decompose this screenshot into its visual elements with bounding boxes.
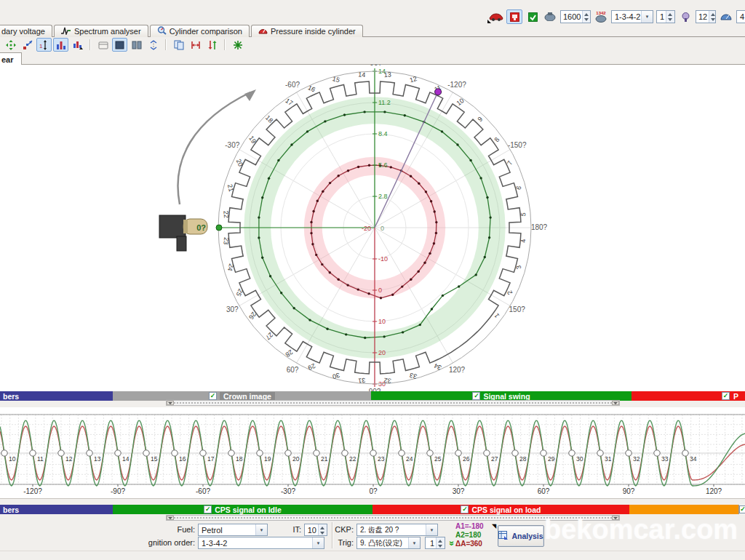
segment-label: Crown image [220,392,275,401]
pan-move-button[interactable] [3,38,18,52]
scroll-left-button[interactable] [167,401,174,405]
cps-load-checkbox[interactable]: ✓ [461,505,469,513]
rpm-gauge-icon[interactable] [543,10,557,23]
fuel-combo[interactable]: Petrol ▼ [198,524,268,536]
firing-order-combo[interactable]: 1-3-4-2 ▼ [611,10,653,23]
speedometer-icon[interactable] [719,10,733,23]
ignition-order-combo[interactable]: 1-3-4-2 ▼ [198,537,324,549]
window-bottom-strip [0,551,745,560]
crown-pan-scrollbar[interactable] [166,400,620,406]
cylinder-spinner[interactable]: 1 [656,10,675,23]
rotation-arrow-icon [178,89,256,204]
waveform-pan-scrollbar[interactable] [166,515,620,521]
trig-label: Trig: [331,537,354,548]
mode-red-icon[interactable] [506,9,522,24]
cylinder-up-button[interactable] [666,11,674,17]
tab-spectrum-analyser[interactable]: Spectrum analyser [54,25,148,37]
teeth-up-button[interactable] [709,11,715,17]
teeth-down-button[interactable] [709,17,715,23]
svg-text:10: 10 [9,455,16,463]
tab-secondary-voltage[interactable]: dary voltage [0,25,52,37]
firing-order-dropdown-icon[interactable]: ▼ [641,11,653,23]
edge-value: 4 [737,11,745,23]
histogram-button[interactable] [53,38,68,52]
svg-text:24: 24 [406,455,413,463]
ignition-dropdown-icon[interactable]: ▼ [312,537,324,548]
ckp-combo[interactable]: 2. 齿盘 20 ? ▼ [356,524,438,536]
zoom-scale-button[interactable] [20,38,35,52]
it-spinner[interactable]: 10 [304,524,327,536]
scroll-left-button[interactable] [167,516,174,520]
trig-dropdown-icon[interactable]: ▼ [408,537,420,548]
tab-cylinder-comparison[interactable]: Cylinder comparison [150,25,250,37]
ckp-dropdown-icon[interactable]: ▼ [426,524,437,535]
svg-text:-120?: -120? [447,81,466,89]
tab-gear[interactable]: ear [0,52,22,65]
rpm-down-button[interactable] [583,17,590,23]
svg-text:15: 15 [332,75,340,84]
fuel-value: Petrol [199,526,255,535]
svg-text:0: 0 [378,287,382,294]
tab-pressure-inside-cylinder[interactable]: Pressure inside cylinder [251,25,363,37]
new-panel-button[interactable] [95,38,111,52]
crown-image-checkbox[interactable]: ✓ [209,392,217,400]
svg-text:33: 33 [409,372,418,380]
trig-down-button[interactable] [437,543,445,549]
resize-handle-icon[interactable]: ◥ [492,524,496,529]
swap-signals-button[interactable] [204,38,220,52]
svg-text:23: 23 [378,455,385,463]
it-down-button[interactable] [319,530,327,536]
cps-waveform-area: 1011121314151617181920212223242526272829… [0,407,745,499]
stretch-horizontal-button[interactable] [188,38,203,52]
edge-checkbox[interactable]: ✓ [739,505,745,513]
car-icon[interactable] [489,10,503,23]
svg-text:5.6: 5.6 [378,161,388,169]
tab-label: Pressure inside cylinder [271,27,356,36]
svg-text:-90?: -90? [111,487,125,495]
cps-idle-checkbox[interactable]: ✓ [204,505,212,513]
header-bar-row-2: bers ✓ CPS signal on Idle ✓ CPS signal o… [0,505,745,514]
phase-checkbox[interactable]: ✓ [722,392,730,400]
ignition-order-label: gnition order: [131,537,195,548]
svg-text:14: 14 [122,455,130,463]
scroll-right-button[interactable] [612,516,619,520]
markers-ruler-button[interactable] [146,38,161,52]
svg-text:2.8: 2.8 [378,193,388,200]
svg-text:11.2: 11.2 [378,99,391,106]
svg-text:4: 4 [519,239,527,243]
trig-combo[interactable]: 9. 凸轮(设定) ▼ [356,537,421,549]
tooth-markers: 1011121314151617181920212223242526272829… [1,450,697,463]
edge-spinner[interactable]: 4 [736,10,745,23]
copy-button[interactable] [171,38,186,52]
svg-text:20: 20 [292,455,300,463]
dual-pane-button[interactable] [129,38,144,52]
tab-label: dary voltage [1,27,45,36]
cylinder-down-button[interactable] [666,17,674,23]
settings-gear-icon[interactable] [230,38,245,52]
svg-text:150?: 150? [509,305,526,313]
scroll-right-button[interactable] [612,401,619,405]
delta-a-readout: ΔA=360 [455,540,498,548]
trig-up-button[interactable] [437,537,445,543]
it-up-button[interactable] [319,524,327,530]
histogram-options-button[interactable] [70,38,85,52]
piston-icon[interactable] [678,10,693,23]
svg-text:0: 0 [381,225,384,232]
analysis-button[interactable]: Analysis [498,525,544,547]
firing-order-icon[interactable]: 1342 [594,10,608,23]
signal-swing-checkbox[interactable]: ✓ [472,392,480,400]
single-pane-button[interactable] [112,38,127,52]
teeth-spinner[interactable]: 12 [696,10,716,23]
tab-label: Spectrum analyser [74,27,141,36]
rpm-spinner[interactable]: 1600 [560,10,591,23]
fuel-dropdown-icon[interactable]: ▼ [255,524,267,535]
vertical-ruler-button[interactable]: 1 [36,38,52,52]
mode-green-icon[interactable] [525,10,540,23]
sub-tab-label: ear [1,55,14,64]
svg-text:27: 27 [491,455,498,463]
svg-text:32: 32 [383,377,391,385]
svg-text:26: 26 [463,455,470,463]
rpm-up-button[interactable] [583,11,590,17]
trig-count-spinner[interactable]: 1 [425,537,445,549]
main-tab-bar: dary voltage Spectrum analyser Cylinder … [0,24,745,37]
